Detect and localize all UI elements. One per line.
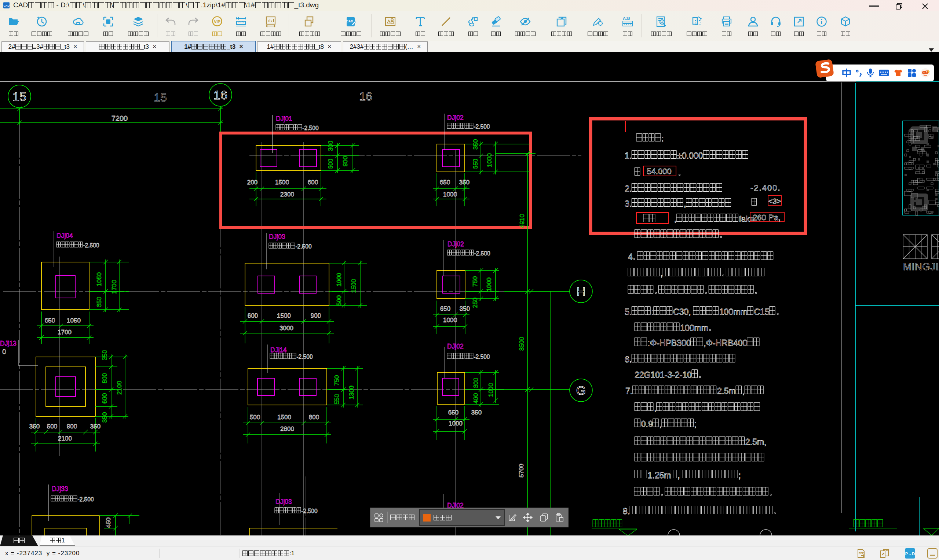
svg-text:PDF: PDF: [884, 549, 890, 551]
svg-text:DJj02: DJj02: [447, 114, 464, 121]
svg-text:2100: 2100: [58, 435, 72, 442]
svg-text:1050: 1050: [67, 317, 81, 324]
svg-text:A:B: A:B: [623, 16, 630, 20]
svg-text:2300: 2300: [280, 191, 294, 198]
svg-text:Pa,: Pa,: [768, 213, 780, 222]
svg-text:750: 750: [472, 276, 479, 286]
svg-text:-2.500: -2.500: [296, 354, 313, 360]
svg-text:350: 350: [472, 139, 479, 149]
svg-text:900: 900: [342, 156, 349, 166]
svg-text:;: ;: [694, 419, 697, 429]
svg-text:C30,: C30,: [673, 307, 691, 317]
svg-text:CAD: CAD: [346, 19, 353, 23]
svg-text:350: 350: [90, 423, 100, 430]
svg-text:1500: 1500: [277, 312, 291, 319]
svg-text:500: 500: [336, 295, 342, 306]
svg-text:750: 750: [333, 375, 341, 386]
svg-text:1.: 1.: [624, 151, 632, 160]
svg-text:600: 600: [308, 179, 318, 186]
svg-text:1300: 1300: [348, 386, 355, 400]
svg-text:,: ,: [660, 419, 662, 429]
svg-text:900: 900: [311, 312, 321, 319]
svg-text:P→D: P→D: [905, 552, 915, 556]
svg-text:,: ,: [661, 269, 663, 278]
svg-text:500: 500: [250, 414, 260, 421]
svg-text:,: ,: [677, 471, 680, 480]
svg-text:1000: 1000: [449, 420, 463, 427]
svg-text:15: 15: [154, 91, 167, 104]
svg-text:650: 650: [448, 409, 458, 416]
svg-text:1.25m: 1.25m: [648, 471, 671, 480]
svg-text:650: 650: [440, 305, 450, 312]
svg-text:,Φ-HRB400: ,Φ-HRB400: [703, 338, 747, 348]
svg-text:,: ,: [742, 386, 745, 396]
svg-text:1050: 1050: [96, 272, 103, 286]
svg-text:-2.500: -2.500: [473, 123, 490, 130]
svg-text:650: 650: [45, 317, 55, 324]
svg-text:350: 350: [101, 350, 108, 360]
svg-text:1500: 1500: [275, 179, 289, 186]
svg-text:<3>: <3>: [768, 197, 781, 205]
svg-text:DJj03: DJj03: [269, 233, 285, 240]
svg-text:54.000: 54.000: [647, 167, 671, 176]
svg-text:600: 600: [472, 378, 480, 388]
svg-text:16: 16: [359, 90, 372, 103]
svg-text:1700: 1700: [58, 329, 71, 336]
svg-text:1000: 1000: [486, 153, 493, 167]
svg-text:±0.000: ±0.000: [677, 151, 703, 160]
svg-text:8.: 8.: [623, 506, 630, 516]
svg-text:600: 600: [101, 393, 108, 403]
svg-text:1000: 1000: [487, 383, 495, 397]
svg-text:3000: 3000: [279, 325, 293, 332]
svg-text:260: 260: [752, 213, 766, 222]
svg-text:1000: 1000: [443, 191, 457, 198]
svg-text:4910: 4910: [519, 214, 526, 228]
svg-text:350: 350: [471, 409, 482, 416]
svg-text:900: 900: [67, 423, 77, 430]
svg-text:,: ,: [674, 214, 676, 223]
svg-text:2.5m: 2.5m: [717, 386, 736, 396]
svg-text:DJj02: DJj02: [447, 343, 464, 350]
svg-text:5.: 5.: [624, 307, 632, 317]
svg-text:22G101-3-2-10: 22G101-3-2-10: [635, 370, 692, 380]
svg-text:3500: 3500: [518, 337, 525, 351]
svg-text:350: 350: [29, 423, 40, 430]
svg-text:500: 500: [47, 423, 57, 430]
svg-text:6.: 6.: [624, 355, 632, 364]
svg-text:200: 200: [247, 179, 257, 186]
svg-text:350: 350: [459, 179, 470, 186]
svg-text:650: 650: [472, 159, 479, 169]
svg-text:600: 600: [327, 159, 334, 169]
svg-text:1000: 1000: [336, 273, 342, 286]
svg-text:DJj02: DJj02: [447, 240, 464, 248]
svg-text:DJj14: DJj14: [270, 346, 287, 354]
svg-text:0.9: 0.9: [641, 419, 653, 429]
svg-text:PDF: PDF: [859, 552, 864, 554]
svg-text:15: 15: [12, 89, 26, 103]
svg-text:350: 350: [459, 305, 470, 312]
svg-text:100mm: 100mm: [719, 307, 748, 317]
svg-text:1000: 1000: [443, 317, 457, 324]
svg-text:C15: C15: [754, 307, 769, 317]
svg-text:DJj33: DJj33: [52, 485, 68, 492]
svg-text:-2.500: -2.500: [77, 496, 94, 503]
svg-text:-2.500: -2.500: [295, 243, 312, 249]
svg-text:800: 800: [101, 373, 108, 383]
svg-text:-2.500: -2.500: [83, 242, 99, 248]
svg-text:-2.500: -2.500: [302, 125, 319, 131]
svg-text:650: 650: [440, 179, 450, 186]
svg-text:DJj01: DJj01: [276, 115, 292, 122]
svg-text:DJj04: DJj04: [57, 232, 73, 239]
svg-text:800: 800: [309, 414, 319, 421]
svg-text:A: A: [661, 20, 663, 24]
svg-text:0: 0: [2, 348, 6, 355]
svg-text:DJj13: DJj13: [0, 340, 17, 347]
svg-text:7200: 7200: [111, 114, 128, 122]
svg-text:1700: 1700: [111, 280, 118, 294]
svg-text:400: 400: [472, 393, 480, 403]
svg-text:fak=: fak=: [739, 214, 754, 223]
svg-text:MINGJIA: MINGJIA: [903, 261, 939, 272]
svg-text:350: 350: [101, 412, 108, 423]
svg-text:G: G: [576, 383, 586, 397]
svg-text::: :: [661, 134, 663, 143]
